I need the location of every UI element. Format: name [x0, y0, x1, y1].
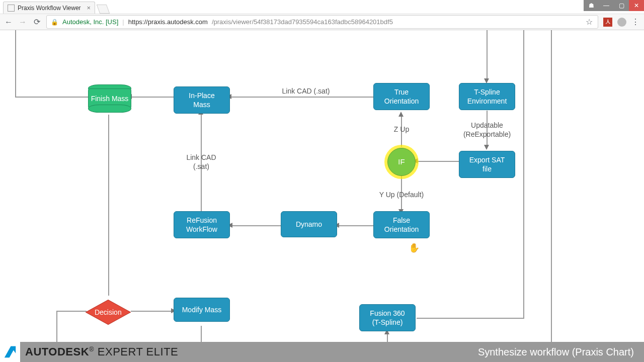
- node-tspline-environment[interactable]: T-Spline Environment: [459, 83, 515, 110]
- star-icon[interactable]: ☆: [585, 17, 594, 27]
- reload-button[interactable]: ⟳: [32, 17, 41, 27]
- label-updatable: Updatable (ReExportable): [459, 121, 515, 139]
- footer-banner: AUTODESK® EXPERT ELITE Synthesize workfl…: [0, 342, 644, 362]
- node-in-place-mass[interactable]: In-Place Mass: [174, 86, 230, 114]
- lock-icon: 🔒: [51, 19, 58, 26]
- brand-autodesk: AUTODESK: [25, 345, 89, 358]
- url-path: /praxis/viewer/54f38173dad7935594ca163fa…: [212, 18, 393, 26]
- diagram-canvas[interactable]: Finish Mass In-Place Mass True Orientati…: [0, 30, 644, 342]
- footer-tagline: Synthesize workflow (Praxis Chart): [478, 346, 634, 358]
- close-tab-icon[interactable]: ×: [87, 4, 91, 12]
- node-fusion-360[interactable]: Fusion 360 (T-Spline): [359, 304, 416, 331]
- page-icon: [8, 5, 15, 12]
- menu-icon[interactable]: ⋮: [631, 17, 640, 27]
- maximize-button[interactable]: ▢: [614, 0, 629, 11]
- node-refusion-workflow[interactable]: ReFusion WorkFlow: [174, 211, 230, 238]
- close-window-button[interactable]: ✕: [629, 0, 644, 11]
- label-link-cad-2: Link CAD (.sat): [179, 153, 224, 171]
- node-true-orientation[interactable]: True Orientation: [373, 83, 430, 110]
- browser-tab[interactable]: Praxis Workflow Viewer ×: [3, 2, 95, 14]
- forward-button[interactable]: →: [18, 18, 27, 27]
- grab-cursor-icon: ✋: [409, 242, 420, 253]
- brand-expert-elite: EXPERT ELITE: [98, 345, 178, 358]
- node-false-orientation[interactable]: False Orientation: [373, 211, 430, 238]
- node-modify-mass[interactable]: Modify Mass: [174, 298, 230, 322]
- minimize-button[interactable]: —: [599, 0, 614, 11]
- autodesk-logo-icon: [0, 342, 20, 362]
- secure-origin: Autodesk, Inc. [US]: [62, 18, 118, 26]
- node-finish-mass[interactable]: Finish Mass: [88, 84, 131, 113]
- back-button[interactable]: ←: [4, 18, 13, 27]
- browser-titlebar: Praxis Workflow Viewer × ☗ — ▢ ✕: [0, 0, 644, 14]
- label-y-up: Y Up (Default): [376, 190, 427, 199]
- browser-toolbar: ← → ⟳ 🔒 Autodesk, Inc. [US] | https://pr…: [0, 14, 644, 30]
- node-dynamo[interactable]: Dynamo: [281, 211, 337, 237]
- tab-title: Praxis Workflow Viewer: [18, 5, 81, 12]
- label-z-up: Z Up: [391, 125, 412, 134]
- new-tab-button[interactable]: [97, 5, 110, 14]
- node-decision[interactable]: Decision: [86, 290, 131, 335]
- user-icon[interactable]: ☗: [584, 0, 599, 11]
- node-export-sat[interactable]: Export SAT file: [459, 151, 515, 178]
- address-bar[interactable]: 🔒 Autodesk, Inc. [US] | https://praxis.a…: [46, 15, 598, 29]
- extension-icon[interactable]: [617, 18, 626, 27]
- label-link-cad-1: Link CAD (.sat): [281, 86, 331, 96]
- url-host: https://praxis.autodesk.com: [128, 18, 208, 26]
- window-controls: ☗ — ▢ ✕: [584, 0, 644, 11]
- node-if[interactable]: IF: [387, 148, 416, 176]
- pdf-extension-icon[interactable]: 人: [603, 18, 612, 27]
